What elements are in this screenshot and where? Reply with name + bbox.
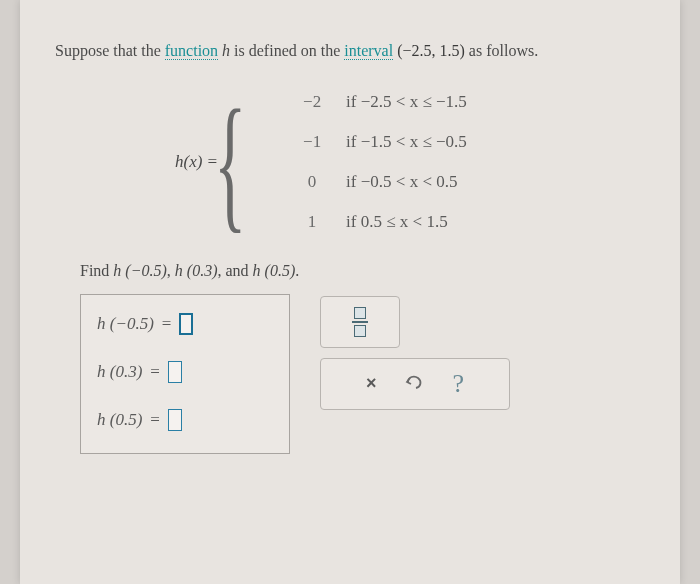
piece-value: −2 <box>292 92 332 112</box>
piece-value: 0 <box>292 172 332 192</box>
piece-condition: if 0.5 ≤ x < 1.5 <box>346 212 448 232</box>
answer-area: h (−0.5) = h (0.3) = h (0.5) = <box>80 294 645 454</box>
link-interval[interactable]: interval <box>344 42 393 60</box>
tool-panels: × ? <box>320 296 510 410</box>
link-function[interactable]: function <box>165 42 218 60</box>
intro-prefix: Suppose that the <box>55 42 165 59</box>
problem-page: Suppose that the function h is defined o… <box>20 0 680 584</box>
answer-label: h (−0.5) <box>97 314 154 334</box>
answer-input-1[interactable] <box>179 313 193 335</box>
piecewise-definition: h(x) = { −2 if −2.5 < x ≤ −1.5 −1 if −1.… <box>175 92 645 232</box>
piece-condition: if −0.5 < x < 0.5 <box>346 172 457 192</box>
help-button[interactable]: ? <box>452 369 464 399</box>
find-instruction: Find h (−0.5), h (0.3), and h (0.5). <box>80 262 645 280</box>
piece-row: −1 if −1.5 < x ≤ −0.5 <box>292 132 467 152</box>
piece-value: −1 <box>292 132 332 152</box>
piece-condition: if −2.5 < x ≤ −1.5 <box>346 92 467 112</box>
piece-row: 0 if −0.5 < x < 0.5 <box>292 172 467 192</box>
answer-input-2[interactable] <box>168 361 182 383</box>
clear-button[interactable]: × <box>366 373 377 394</box>
answer-row: h (−0.5) = <box>97 313 265 335</box>
piecewise-label: h(x) = <box>175 152 218 172</box>
answer-input-3[interactable] <box>168 409 182 431</box>
piece-row: −2 if −2.5 < x ≤ −1.5 <box>292 92 467 112</box>
interval-value: (−2.5, 1.5) <box>397 42 465 59</box>
answer-label: h (0.5) <box>97 410 142 430</box>
fraction-button[interactable] <box>352 307 368 337</box>
piece-value: 1 <box>292 212 332 232</box>
piece-row: 1 if 0.5 ≤ x < 1.5 <box>292 212 467 232</box>
intro-text: Suppose that the function h is defined o… <box>55 40 645 62</box>
intro-hvar: h <box>222 42 230 59</box>
fraction-icon <box>354 307 366 319</box>
piece-condition: if −1.5 < x ≤ −0.5 <box>346 132 467 152</box>
pieces-list: −2 if −2.5 < x ≤ −1.5 −1 if −1.5 < x ≤ −… <box>292 92 467 232</box>
answer-row: h (0.5) = <box>97 409 265 431</box>
brace-icon: { <box>214 93 246 231</box>
fraction-panel <box>320 296 400 348</box>
answer-label: h (0.3) <box>97 362 142 382</box>
answers-box: h (−0.5) = h (0.3) = h (0.5) = <box>80 294 290 454</box>
undo-icon <box>404 377 424 394</box>
action-panel: × ? <box>320 358 510 410</box>
undo-button[interactable] <box>404 373 424 395</box>
answer-row: h (0.3) = <box>97 361 265 383</box>
